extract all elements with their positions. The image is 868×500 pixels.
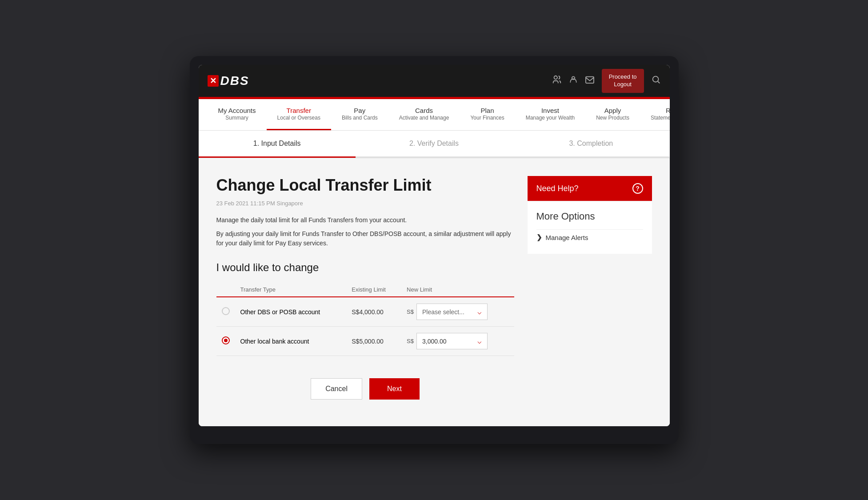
proceed-logout-button[interactable]: Proceed to Logout bbox=[602, 69, 644, 93]
step-verify-details[interactable]: 2. Verify Details bbox=[356, 131, 512, 158]
nav-apply[interactable]: Apply New Products bbox=[585, 99, 640, 130]
help-icon: ? bbox=[632, 183, 643, 194]
nav-my-accounts[interactable]: My Accounts Summary bbox=[208, 99, 267, 130]
need-help-label: Need Help? bbox=[536, 184, 579, 193]
main-nav: My Accounts Summary Transfer Local or Ov… bbox=[199, 99, 670, 131]
nav-pay[interactable]: Pay Bills and Cards bbox=[331, 99, 388, 130]
next-button[interactable]: Next bbox=[369, 378, 420, 400]
col-radio-header bbox=[216, 283, 235, 297]
transfer-type-dbs: Other DBS or POSB account bbox=[235, 297, 347, 327]
nav-cards[interactable]: Cards Activate and Manage bbox=[388, 99, 460, 130]
nav-request[interactable]: Request Statements or Services bbox=[640, 99, 670, 130]
manage-alerts-label: Manage Alerts bbox=[546, 234, 588, 241]
transfer-type-local: Other local bank account bbox=[235, 327, 347, 356]
content-right: Need Help? ? More Options ❯ Manage Alert… bbox=[528, 176, 652, 408]
cancel-button[interactable]: Cancel bbox=[311, 378, 362, 400]
content-left: Change Local Transfer Limit 23 Feb 2021 … bbox=[216, 176, 514, 408]
step-input-details[interactable]: 1. Input Details bbox=[199, 131, 356, 158]
more-options-section: More Options ❯ Manage Alerts bbox=[528, 202, 652, 254]
col-transfer-type-header: Transfer Type bbox=[235, 283, 347, 297]
chevron-right-icon: ❯ bbox=[536, 233, 542, 241]
timestamp: 23 Feb 2021 11:15 PM Singapore bbox=[216, 200, 514, 207]
nav-transfer[interactable]: Transfer Local or Overseas bbox=[267, 99, 331, 130]
sidebar-item-manage-alerts[interactable]: ❯ Manage Alerts bbox=[536, 229, 643, 245]
section-title: I would like to change bbox=[216, 261, 514, 274]
svg-point-3 bbox=[652, 76, 658, 82]
currency-label-dbs: S$ bbox=[407, 308, 414, 315]
existing-limit-local: S$5,000.00 bbox=[346, 327, 401, 356]
group-icon[interactable] bbox=[552, 75, 562, 87]
new-limit-dropdown-dbs[interactable]: Please select... ⌵ bbox=[416, 304, 488, 320]
radio-dbs-posb[interactable] bbox=[222, 307, 230, 315]
mail-icon[interactable] bbox=[585, 76, 595, 86]
new-limit-cell-local: S$ 3,000.00 ⌵ bbox=[401, 327, 514, 356]
dropdown-value-local: 3,000.00 bbox=[422, 338, 447, 345]
laptop-frame: ✕ DBS bbox=[190, 56, 679, 444]
currency-label-local: S$ bbox=[407, 338, 414, 344]
screen: ✕ DBS bbox=[199, 65, 670, 426]
more-options-title: More Options bbox=[536, 211, 643, 222]
col-existing-limit-header: Existing Limit bbox=[346, 283, 401, 297]
svg-point-0 bbox=[554, 76, 557, 79]
chevron-down-icon-dbs: ⌵ bbox=[477, 308, 482, 316]
new-limit-dropdown-local[interactable]: 3,000.00 ⌵ bbox=[416, 333, 488, 349]
transfer-table: Transfer Type Existing Limit New Limit O… bbox=[216, 283, 514, 356]
radio-cell-local[interactable] bbox=[216, 327, 235, 356]
step-completion[interactable]: 3. Completion bbox=[512, 131, 669, 158]
dropdown-placeholder-dbs: Please select... bbox=[422, 308, 464, 316]
need-help-box[interactable]: Need Help? ? bbox=[528, 176, 652, 201]
nav-invest[interactable]: Invest Manage your Wealth bbox=[515, 99, 586, 130]
header: ✕ DBS bbox=[199, 65, 670, 97]
chevron-down-icon-local: ⌵ bbox=[477, 337, 482, 345]
logo-x-icon: ✕ bbox=[208, 75, 219, 87]
header-actions: Proceed to Logout bbox=[552, 69, 661, 93]
person-icon[interactable] bbox=[569, 75, 578, 86]
steps-bar: 1. Input Details 2. Verify Details 3. Co… bbox=[199, 131, 670, 158]
logo: ✕ DBS bbox=[208, 74, 249, 88]
table-row: Other local bank account S$5,000.00 S$ 3… bbox=[216, 327, 514, 356]
svg-rect-2 bbox=[586, 77, 594, 83]
table-row: Other DBS or POSB account S$4,000.00 S$ … bbox=[216, 297, 514, 327]
svg-line-4 bbox=[658, 81, 660, 83]
radio-local-bank[interactable] bbox=[222, 336, 230, 344]
nav-plan[interactable]: Plan Your Finances bbox=[460, 99, 515, 130]
main-content: Change Local Transfer Limit 23 Feb 2021 … bbox=[199, 158, 670, 426]
action-buttons: Cancel Next bbox=[216, 378, 514, 408]
radio-cell-dbs[interactable] bbox=[216, 297, 235, 327]
description-1: Manage the daily total limit for all Fun… bbox=[216, 216, 514, 225]
description-2: By adjusting your daily limit for Funds … bbox=[216, 229, 514, 248]
page-title: Change Local Transfer Limit bbox=[216, 176, 514, 195]
new-limit-cell-dbs: S$ Please select... ⌵ bbox=[401, 297, 514, 327]
logo-dbs-text: DBS bbox=[220, 74, 249, 88]
search-icon[interactable] bbox=[651, 75, 661, 87]
existing-limit-dbs: S$4,000.00 bbox=[346, 297, 401, 327]
col-new-limit-header: New Limit bbox=[401, 283, 514, 297]
